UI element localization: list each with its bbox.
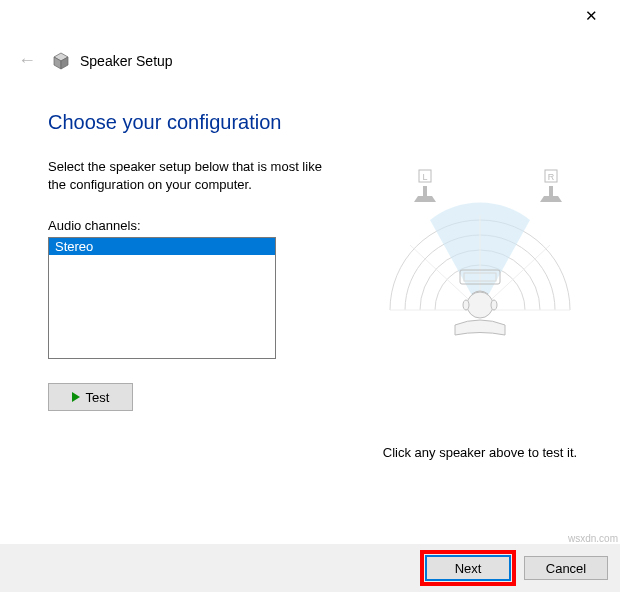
- watermark: wsxdn.com: [568, 533, 618, 544]
- back-arrow-icon: ←: [18, 50, 42, 71]
- page-heading: Choose your configuration: [48, 111, 596, 134]
- audio-channels-listbox[interactable]: Stereo: [48, 237, 276, 359]
- svg-marker-10: [414, 196, 436, 202]
- test-button-label: Test: [86, 390, 110, 405]
- speaker-setup-icon: [52, 52, 70, 70]
- highlight-annotation: Next: [420, 550, 516, 586]
- instructions-text: Select the speaker setup below that is m…: [48, 158, 338, 194]
- next-button[interactable]: Next: [426, 556, 510, 580]
- play-icon: [72, 392, 80, 402]
- speaker-right[interactable]: R: [540, 170, 562, 202]
- speaker-diagram[interactable]: L R: [370, 160, 590, 360]
- window-title: Speaker Setup: [80, 53, 173, 69]
- close-icon[interactable]: ✕: [575, 3, 608, 29]
- diagram-hint: Click any speaker above to test it.: [360, 445, 600, 460]
- svg-text:R: R: [548, 172, 555, 182]
- svg-point-20: [491, 300, 497, 310]
- cancel-button[interactable]: Cancel: [524, 556, 608, 580]
- svg-marker-14: [540, 196, 562, 202]
- svg-point-18: [467, 292, 493, 318]
- speaker-left[interactable]: L: [414, 170, 436, 202]
- wizard-button-bar: Next Cancel: [0, 544, 620, 592]
- svg-rect-11: [423, 186, 427, 196]
- list-item[interactable]: Stereo: [49, 238, 275, 255]
- test-button[interactable]: Test: [48, 383, 133, 411]
- svg-text:L: L: [422, 172, 427, 182]
- svg-rect-15: [549, 186, 553, 196]
- svg-point-19: [463, 300, 469, 310]
